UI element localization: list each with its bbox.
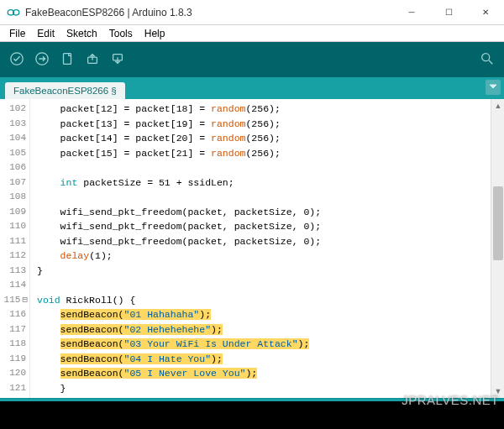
code-line[interactable]: sendBeacon("04 I Hate You"); — [37, 352, 491, 367]
svg-point-7 — [482, 53, 490, 60]
tab-sketch[interactable]: FakeBeaconESP8266 § — [5, 82, 125, 99]
code-line[interactable] — [37, 160, 491, 175]
window-controls: ─ ☐ ✕ — [393, 0, 504, 25]
svg-point-2 — [11, 52, 23, 64]
line-number: 106 — [0, 160, 26, 175]
output-console[interactable] — [0, 401, 504, 429]
code-area[interactable]: packet[12] = packet[18] = random(256); p… — [30, 99, 491, 398]
code-line[interactable]: wifi_send_pkt_freedom(packet, packetSize… — [37, 219, 491, 234]
new-sketch-button[interactable] — [55, 48, 79, 71]
serial-monitor-icon — [480, 51, 495, 69]
window-title: FakeBeaconESP8266 | Arduino 1.8.3 — [25, 7, 393, 18]
line-number: 118 — [0, 337, 26, 352]
code-line[interactable]: packet[15] = packet[21] = random(256); — [37, 146, 491, 161]
svg-rect-4 — [64, 53, 71, 64]
line-number: 104 — [0, 131, 26, 146]
arrow-up-icon — [85, 51, 100, 69]
line-number: 103 — [0, 117, 26, 132]
toolbar — [0, 42, 504, 77]
line-number: 115⊟ — [0, 293, 26, 308]
code-line[interactable]: sendBeacon("03 Your WiFi Is Under Attack… — [37, 337, 491, 352]
line-number: 105 — [0, 146, 26, 161]
code-line[interactable] — [37, 190, 491, 205]
maximize-button[interactable]: ☐ — [430, 0, 467, 25]
code-line[interactable]: int packetSize = 51 + ssidLen; — [37, 175, 491, 191]
check-icon — [9, 51, 24, 69]
code-line[interactable]: delay(1); — [37, 249, 491, 264]
chevron-down-icon — [489, 81, 497, 93]
arrow-right-icon — [34, 51, 50, 69]
scrollbar-thumb[interactable] — [493, 186, 503, 260]
code-line[interactable]: sendBeacon("02 Hehehehehe"); — [37, 322, 491, 337]
line-number: 111 — [0, 234, 26, 249]
arrow-down-icon — [110, 51, 125, 69]
menu-help[interactable]: Help — [139, 26, 171, 41]
line-number-gutter: 1021031041051061071081091101111121131141… — [0, 99, 30, 398]
menu-file[interactable]: File — [3, 26, 31, 41]
code-line[interactable]: wifi_send_pkt_freedom(packet, packetSize… — [37, 234, 491, 249]
menu-sketch[interactable]: Sketch — [60, 26, 103, 41]
menu-bar: File Edit Sketch Tools Help — [0, 25, 504, 42]
code-line[interactable]: packet[14] = packet[20] = random(256); — [37, 131, 491, 146]
open-sketch-button[interactable] — [81, 48, 104, 71]
scroll-down-icon[interactable]: ▼ — [491, 385, 504, 398]
menu-tools[interactable]: Tools — [103, 26, 139, 41]
code-editor[interactable]: 1021031041051061071081091101111121131141… — [0, 99, 504, 398]
arduino-app-icon — [7, 6, 20, 19]
scroll-up-icon[interactable]: ▲ — [491, 99, 504, 112]
code-line[interactable]: void RickRoll() { — [37, 293, 491, 308]
line-number: 116 — [0, 307, 26, 322]
save-sketch-button[interactable] — [106, 48, 129, 71]
verify-button[interactable] — [5, 48, 29, 71]
code-line[interactable]: sendBeacon("01 Hahahaha"); — [37, 307, 491, 322]
vertical-scrollbar[interactable]: ▲ ▼ — [491, 99, 504, 398]
menu-edit[interactable]: Edit — [31, 26, 60, 41]
code-line[interactable]: } — [37, 264, 491, 279]
new-file-icon — [60, 51, 75, 69]
upload-button[interactable] — [30, 48, 54, 71]
tab-menu-button[interactable] — [486, 80, 501, 95]
line-number: 117 — [0, 322, 26, 337]
line-number: 102 — [0, 102, 26, 117]
line-number: 114 — [0, 278, 26, 293]
line-number: 108 — [0, 190, 26, 205]
tab-strip: FakeBeaconESP8266 § — [0, 77, 504, 99]
line-number: 113 — [0, 264, 26, 279]
line-number: 112 — [0, 249, 26, 264]
line-number: 107 — [0, 175, 26, 191]
window-titlebar: FakeBeaconESP8266 | Arduino 1.8.3 ─ ☐ ✕ — [0, 0, 504, 25]
line-number: 119 — [0, 352, 26, 367]
serial-monitor-button[interactable] — [475, 48, 499, 71]
line-number: 121 — [0, 381, 26, 396]
code-line[interactable] — [37, 278, 491, 293]
close-button[interactable]: ✕ — [467, 0, 504, 25]
minimize-button[interactable]: ─ — [393, 0, 430, 25]
code-line[interactable]: sendBeacon("05 I Never Love You"); — [37, 366, 491, 381]
line-number: 120 — [0, 366, 26, 381]
code-line[interactable]: wifi_send_pkt_freedom(packet, packetSize… — [37, 205, 491, 220]
line-number: 109 — [0, 205, 26, 220]
code-line[interactable]: } — [37, 381, 491, 396]
line-number: 110 — [0, 219, 26, 234]
code-line[interactable]: packet[12] = packet[18] = random(256); — [37, 102, 491, 117]
code-line[interactable]: packet[13] = packet[19] = random(256); — [37, 117, 491, 132]
